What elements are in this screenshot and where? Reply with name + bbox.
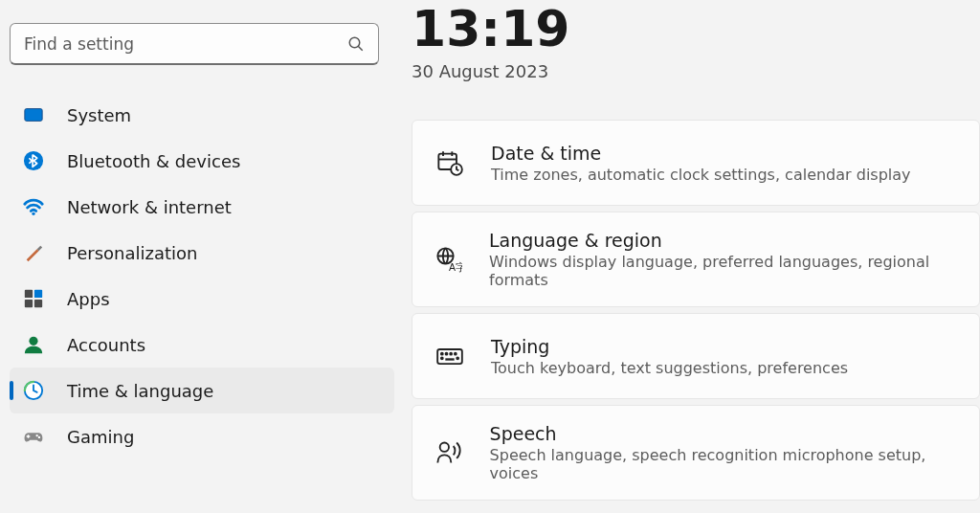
sidebar-item-label: Bluetooth & devices xyxy=(67,151,240,171)
datetime-icon xyxy=(435,148,464,177)
card-subtitle: Time zones, automatic clock settings, ca… xyxy=(491,166,911,184)
current-time: 13:19 xyxy=(412,0,980,54)
card-speech[interactable]: Speech Speech language, speech recogniti… xyxy=(412,405,980,501)
card-title: Date & time xyxy=(491,143,911,164)
svg-point-10 xyxy=(29,337,37,346)
account-icon xyxy=(23,334,44,355)
sidebar-item-label: Network & internet xyxy=(67,197,232,217)
sidebar-item-system[interactable]: System xyxy=(10,92,394,138)
svg-point-12 xyxy=(35,435,37,436)
speech-icon xyxy=(435,438,463,467)
sidebar-item-label: Personalization xyxy=(67,243,197,263)
svg-rect-6 xyxy=(25,290,33,298)
svg-point-23 xyxy=(446,353,448,355)
sidebar-item-label: Accounts xyxy=(67,335,145,355)
clock-icon xyxy=(23,380,44,401)
card-title: Language & region xyxy=(489,230,956,251)
system-icon xyxy=(23,104,44,125)
svg-point-13 xyxy=(38,436,40,438)
svg-point-25 xyxy=(455,353,457,355)
svg-point-27 xyxy=(457,357,458,359)
search-input[interactable]: Find a setting xyxy=(10,23,379,65)
search-icon xyxy=(347,35,365,53)
sidebar-item-network[interactable]: Network & internet xyxy=(10,184,394,230)
sidebar-item-accounts[interactable]: Accounts xyxy=(10,322,394,368)
svg-point-0 xyxy=(349,37,360,48)
language-icon: A字 xyxy=(435,245,462,274)
svg-rect-8 xyxy=(25,300,33,307)
sidebar-item-label: System xyxy=(67,105,131,125)
card-date-time[interactable]: Date & time Time zones, automatic clock … xyxy=(412,120,980,206)
card-language-region[interactable]: A字 Language & region Windows display lan… xyxy=(412,212,980,307)
card-title: Speech xyxy=(490,423,956,444)
sidebar-item-label: Gaming xyxy=(67,427,134,447)
sidebar-item-label: Time & language xyxy=(67,381,213,401)
sidebar-item-gaming[interactable]: Gaming xyxy=(10,413,394,459)
card-subtitle: Touch keyboard, text suggestions, prefer… xyxy=(491,359,848,377)
svg-text:A字: A字 xyxy=(449,261,462,273)
keyboard-icon xyxy=(435,342,464,370)
sidebar-item-apps[interactable]: Apps xyxy=(10,276,394,322)
sidebar-item-label: Apps xyxy=(67,289,110,309)
current-date: 30 August 2023 xyxy=(412,61,980,81)
gaming-icon xyxy=(23,426,44,447)
brush-icon xyxy=(23,242,44,263)
svg-point-22 xyxy=(441,353,443,355)
apps-icon xyxy=(23,288,44,309)
svg-rect-21 xyxy=(437,349,462,364)
svg-line-1 xyxy=(358,46,363,51)
svg-rect-2 xyxy=(25,109,42,122)
sidebar: Find a setting System B xyxy=(0,0,400,513)
svg-rect-7 xyxy=(34,290,42,298)
sidebar-item-bluetooth[interactable]: Bluetooth & devices xyxy=(10,138,394,184)
svg-point-24 xyxy=(450,353,452,355)
svg-point-29 xyxy=(440,443,449,452)
bluetooth-icon xyxy=(23,150,44,171)
main-content: 13:19 30 August 2023 Date & time Time zo… xyxy=(400,0,980,513)
svg-point-5 xyxy=(32,212,34,215)
settings-cards: Date & time Time zones, automatic clock … xyxy=(412,120,980,501)
wifi-icon xyxy=(23,196,44,217)
search-placeholder: Find a setting xyxy=(24,34,347,54)
card-typing[interactable]: Typing Touch keyboard, text suggestions,… xyxy=(412,313,980,399)
svg-rect-9 xyxy=(34,300,42,307)
card-subtitle: Windows display language, preferred lang… xyxy=(489,253,956,289)
card-subtitle: Speech language, speech recognition micr… xyxy=(490,446,956,482)
sidebar-item-time-language[interactable]: Time & language xyxy=(10,368,394,413)
card-title: Typing xyxy=(491,336,848,357)
sidebar-nav: System Bluetooth & devices Network & xyxy=(10,92,400,459)
svg-point-26 xyxy=(441,357,443,359)
sidebar-item-personalization[interactable]: Personalization xyxy=(10,230,394,276)
